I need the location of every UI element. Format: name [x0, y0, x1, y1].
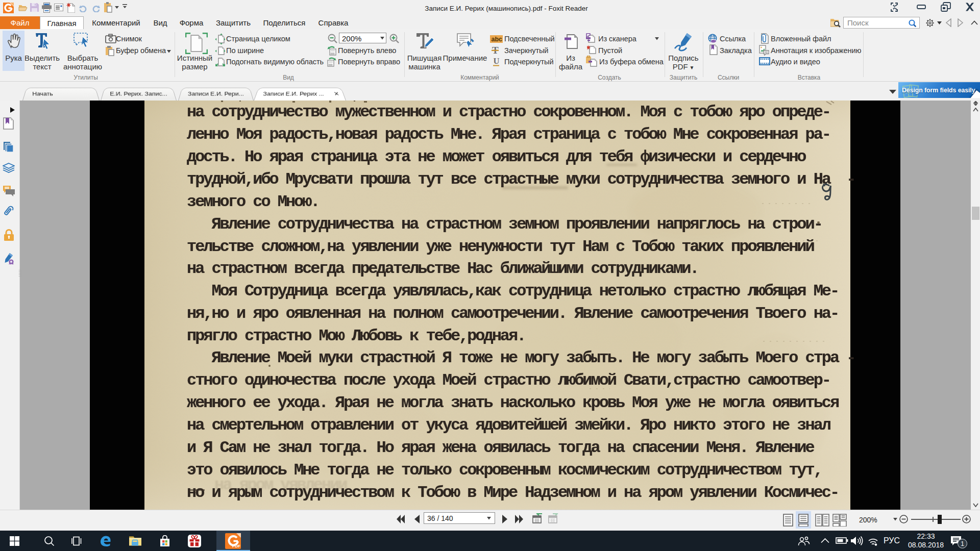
svg-text:abc: abc: [492, 36, 503, 43]
svg-text:U: U: [494, 57, 500, 66]
